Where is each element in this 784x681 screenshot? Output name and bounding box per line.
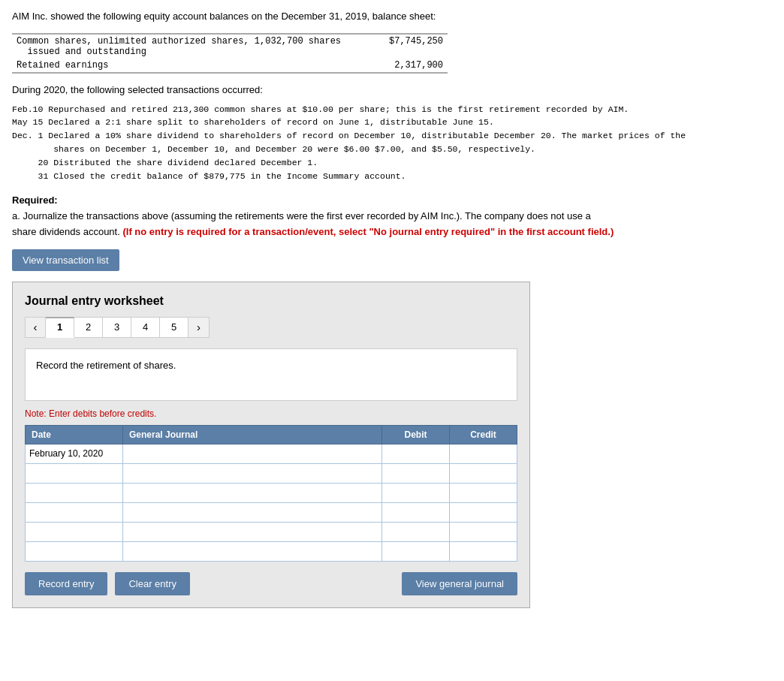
record-entry-button[interactable]: Record entry: [25, 572, 107, 595]
debit-cell-5[interactable]: [382, 522, 450, 541]
credit-cell-3[interactable]: [450, 483, 517, 502]
table-row: [26, 463, 517, 483]
table-row: [26, 483, 517, 502]
debit-input-5[interactable]: [382, 523, 449, 541]
tab-navigation: ‹ 1 2 3 4 5 ›: [25, 317, 517, 338]
balance-label-2: Retained earnings: [12, 59, 357, 73]
credit-cell-4[interactable]: [450, 502, 517, 522]
view-transaction-list-button[interactable]: View transaction list: [12, 249, 119, 271]
debit-cell-6[interactable]: [382, 541, 450, 561]
date-cell-3: [26, 483, 123, 502]
general-journal-input-1[interactable]: [123, 444, 381, 463]
date-cell-5: [26, 522, 123, 541]
instruction-box: Record the retirement of shares.: [25, 348, 517, 401]
balance-amount-2: 2,317,900: [357, 59, 448, 73]
debit-cell-2[interactable]: [382, 463, 450, 483]
general-journal-input-5[interactable]: [123, 523, 381, 541]
date-cell-1: February 10, 2020: [26, 444, 123, 463]
tab-3[interactable]: 3: [103, 317, 131, 338]
credit-input-3[interactable]: [450, 484, 517, 502]
credit-input-2[interactable]: [450, 464, 517, 483]
col-header-general-journal: General Journal: [123, 425, 382, 444]
debit-cell-4[interactable]: [382, 502, 450, 522]
credit-input-4[interactable]: [450, 503, 517, 522]
tab-1[interactable]: 1: [46, 317, 74, 338]
table-row: [26, 541, 517, 561]
general-journal-input-2[interactable]: [123, 464, 381, 483]
table-row: [26, 522, 517, 541]
debit-input-3[interactable]: [382, 484, 449, 502]
date-cell-4: [26, 502, 123, 522]
credit-cell-2[interactable]: [450, 463, 517, 483]
table-header-row: Date General Journal Debit Credit: [26, 425, 517, 444]
general-journal-input-3[interactable]: [123, 484, 381, 502]
general-journal-cell-4[interactable]: [123, 502, 382, 522]
credit-input-1[interactable]: [450, 444, 517, 463]
credit-cell-1[interactable]: [450, 444, 517, 463]
credit-input-6[interactable]: [450, 542, 517, 561]
debit-input-2[interactable]: [382, 464, 449, 483]
general-journal-cell-1[interactable]: [123, 444, 382, 463]
balance-label-1: Common shares, unlimited authorized shar…: [12, 34, 357, 59]
required-section: Required: a. Journalize the transactions…: [12, 193, 772, 240]
balance-sheet-table: Common shares, unlimited authorized shar…: [12, 33, 448, 74]
tab-prev-button[interactable]: ‹: [25, 317, 46, 338]
table-row: Common shares, unlimited authorized shar…: [12, 34, 448, 59]
tab-next-button[interactable]: ›: [188, 317, 210, 338]
debit-cell-1[interactable]: [382, 444, 450, 463]
view-general-journal-button[interactable]: View general journal: [402, 572, 517, 595]
general-journal-cell-6[interactable]: [123, 541, 382, 561]
general-journal-cell-3[interactable]: [123, 483, 382, 502]
date-cell-6: [26, 541, 123, 561]
journal-table: Date General Journal Debit Credit Februa…: [25, 425, 517, 562]
journal-entry-worksheet: Journal entry worksheet ‹ 1 2 3 4 5 › Re…: [12, 282, 530, 608]
tab-2[interactable]: 2: [74, 317, 103, 338]
general-journal-input-6[interactable]: [123, 542, 381, 561]
general-journal-cell-5[interactable]: [123, 522, 382, 541]
general-journal-input-4[interactable]: [123, 503, 381, 522]
col-header-credit: Credit: [450, 425, 517, 444]
table-row: Retained earnings 2,317,900: [12, 59, 448, 73]
transactions-block: Feb.10 Repurchased and retired 213,300 c…: [12, 103, 772, 183]
table-row: February 10, 2020: [26, 444, 517, 463]
instruction-text: Record the retirement of shares.: [36, 360, 176, 371]
transactions-title: During 2020, the following selected tran…: [12, 84, 772, 95]
debit-cell-3[interactable]: [382, 483, 450, 502]
col-header-debit: Debit: [382, 425, 450, 444]
general-journal-cell-2[interactable]: [123, 463, 382, 483]
required-line2: share dividends account.: [12, 226, 120, 237]
required-line1: a. Journalize the transactions above (as…: [12, 210, 591, 221]
credit-input-5[interactable]: [450, 523, 517, 541]
intro-text: AIM Inc. showed the following equity acc…: [12, 9, 772, 24]
required-label: Required:: [12, 194, 58, 206]
tab-4[interactable]: 4: [131, 317, 160, 338]
col-header-date: Date: [26, 425, 123, 444]
balance-amount-1: $7,745,250: [357, 34, 448, 59]
credit-cell-5[interactable]: [450, 522, 517, 541]
debit-input-1[interactable]: [382, 444, 449, 463]
debit-input-4[interactable]: [382, 503, 449, 522]
note-text: Note: Enter debits before credits.: [25, 408, 517, 419]
tab-5[interactable]: 5: [160, 317, 188, 338]
worksheet-title: Journal entry worksheet: [25, 294, 517, 308]
required-red-text: (If no entry is required for a transacti…: [122, 226, 614, 237]
clear-entry-button[interactable]: Clear entry: [115, 572, 190, 595]
table-row: [26, 502, 517, 522]
action-buttons: Record entry Clear entry View general jo…: [25, 572, 517, 595]
debit-input-6[interactable]: [382, 542, 449, 561]
date-cell-2: [26, 463, 123, 483]
credit-cell-6[interactable]: [450, 541, 517, 561]
